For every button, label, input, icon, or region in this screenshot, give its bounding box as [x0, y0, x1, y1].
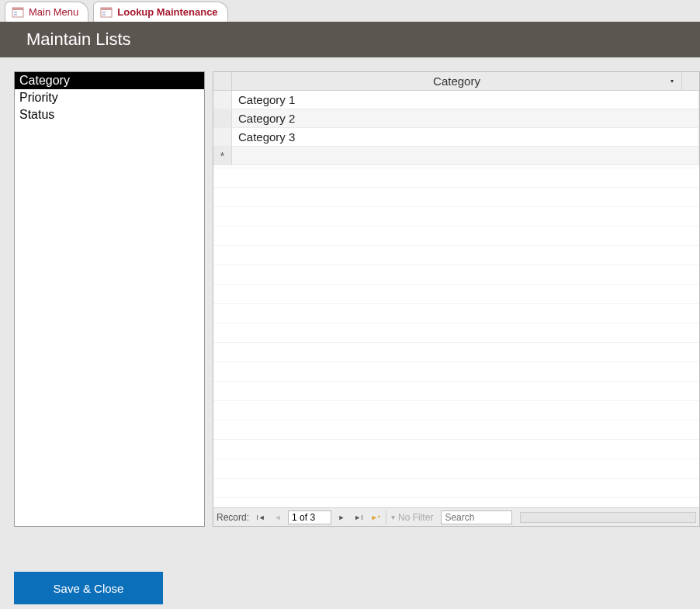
- grid-cell[interactable]: Category 2: [232, 109, 699, 127]
- column-header-label: Category: [433, 74, 480, 88]
- list-item-priority[interactable]: Priority: [15, 89, 204, 106]
- table-row[interactable]: Category 1: [213, 91, 699, 109]
- svg-rect-6: [102, 12, 106, 13]
- list-panel[interactable]: Category Priority Status: [14, 71, 205, 527]
- datasheet-grid: Category ▾ Category 1 Category 2 Categor…: [213, 71, 700, 527]
- button-area: Save & Close: [0, 528, 700, 604]
- svg-rect-3: [14, 14, 17, 16]
- tab-label: Main Menu: [29, 6, 78, 18]
- column-spacer: [682, 72, 699, 90]
- grid-cell[interactable]: Category 3: [232, 128, 699, 146]
- save-close-button[interactable]: Save & Close: [14, 572, 163, 604]
- chevron-down-icon[interactable]: ▾: [671, 78, 674, 85]
- tab-lookup-maintenance[interactable]: Lookup Maintenance: [93, 2, 227, 22]
- tab-bar: Main Menu Lookup Maintenance: [0, 0, 700, 22]
- nav-prev-button[interactable]: ◄: [271, 510, 285, 524]
- table-row[interactable]: Category 3: [213, 128, 699, 147]
- svg-rect-5: [101, 8, 112, 10]
- nav-new-button[interactable]: ►*: [369, 510, 383, 524]
- filter-icon: ▾: [391, 513, 395, 521]
- grid-body: Category 1 Category 2 Category 3 *: [213, 91, 699, 507]
- tab-label: Lookup Maintenance: [117, 6, 217, 18]
- grid-cell[interactable]: Category 1: [232, 91, 699, 109]
- nav-first-button[interactable]: I◄: [254, 510, 268, 524]
- content-area: Category Priority Status Category ▾ Cate…: [0, 57, 700, 528]
- horizontal-scrollbar[interactable]: [520, 512, 696, 523]
- row-selector[interactable]: [213, 109, 232, 127]
- record-position-input[interactable]: [288, 510, 331, 524]
- row-selector[interactable]: [213, 91, 232, 109]
- nav-last-button[interactable]: ►I: [352, 510, 366, 524]
- column-header-category[interactable]: Category ▾: [232, 72, 682, 90]
- svg-rect-2: [14, 12, 17, 13]
- nav-next-button[interactable]: ►: [334, 510, 348, 524]
- svg-rect-1: [12, 8, 23, 10]
- page-title: Maintain Lists: [26, 29, 131, 50]
- record-label: Record:: [217, 512, 249, 523]
- search-input[interactable]: [441, 510, 512, 524]
- select-all-corner[interactable]: [213, 72, 232, 90]
- tab-main-menu[interactable]: Main Menu: [5, 2, 88, 22]
- filter-label: No Filter: [398, 512, 433, 523]
- list-item-status[interactable]: Status: [15, 106, 204, 123]
- header-band: Maintain Lists: [0, 22, 700, 57]
- grid-header: Category ▾: [213, 72, 699, 91]
- grid-cell[interactable]: [232, 147, 699, 164]
- filter-button[interactable]: ▾ No Filter: [386, 510, 438, 524]
- svg-rect-7: [102, 14, 106, 16]
- table-row[interactable]: Category 2: [213, 109, 699, 128]
- row-selector[interactable]: [213, 128, 232, 146]
- new-record-row[interactable]: *: [213, 147, 699, 165]
- record-navigator: Record: I◄ ◄ ► ►I ►* ▾ No Filter: [213, 507, 699, 526]
- form-icon: [100, 7, 113, 18]
- list-item-category[interactable]: Category: [15, 72, 204, 89]
- new-record-icon[interactable]: *: [213, 147, 232, 164]
- form-icon: [12, 7, 24, 18]
